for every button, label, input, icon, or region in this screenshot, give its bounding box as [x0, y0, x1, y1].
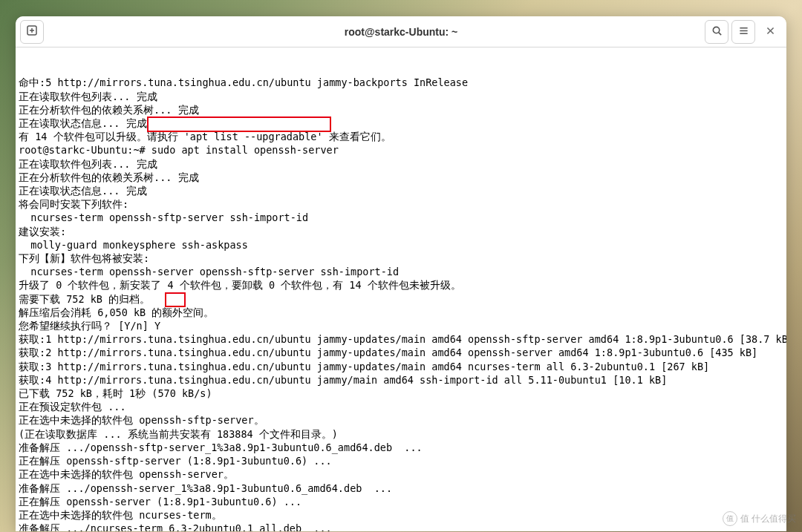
terminal-line: 有 14 个软件包可以升级。请执行 'apt list --upgradable…: [19, 130, 783, 143]
terminal-line: 准备解压 .../openssh-server_1%3a8.9p1-3ubunt…: [19, 482, 783, 495]
window-title: root@starkc-Ubuntu: ~: [16, 26, 786, 38]
terminal-line: 获取:4 http://mirrors.tuna.tsinghua.edu.cn…: [19, 373, 783, 387]
terminal-output[interactable]: 命中:5 http://mirrors.tuna.tsinghua.edu.cn…: [16, 47, 786, 531]
terminal-line: 解压缩后会消耗 6,050 kB 的额外空间。: [19, 306, 783, 319]
terminal-line: 正在预设定软件包 ...: [19, 400, 783, 413]
new-tab-button[interactable]: [20, 20, 44, 44]
terminal-line: 升级了 0 个软件包，新安装了 4 个软件包，要卸载 0 个软件包，有 14 个…: [19, 278, 783, 292]
close-icon: [766, 26, 775, 38]
terminal-line: 正在选中未选择的软件包 openssh-sftp-server。: [19, 413, 783, 427]
terminal-line: 建议安装:: [19, 225, 783, 238]
plus-tab-icon: [26, 24, 38, 39]
terminal-line: 正在读取软件包列表... 完成: [19, 157, 783, 171]
terminal-line: molly-guard monkeysphere ssh-askpass: [19, 238, 783, 252]
terminal-line: 正在分析软件包的依赖关系树... 完成: [19, 103, 783, 116]
terminal-line: 正在解压 openssh-sftp-server (1:8.9p1-3ubunt…: [19, 454, 783, 467]
terminal-line: 正在读取状态信息... 完成: [19, 116, 783, 130]
terminal-line: 正在读取软件包列表... 完成: [19, 90, 783, 103]
svg-point-3: [713, 27, 719, 33]
terminal-line: 获取:2 http://mirrors.tuna.tsinghua.edu.cn…: [19, 346, 783, 359]
close-button[interactable]: [758, 20, 782, 44]
svg-line-4: [718, 32, 720, 34]
terminal-line: 正在分析软件包的依赖关系树... 完成: [19, 171, 783, 184]
terminal-line: 获取:1 http://mirrors.tuna.tsinghua.edu.cn…: [19, 332, 783, 346]
terminal-line: 需要下载 752 kB 的归档。: [19, 292, 783, 306]
terminal-line: 获取:3 http://mirrors.tuna.tsinghua.edu.cn…: [19, 360, 783, 373]
terminal-line: 下列【新】软件包将被安装:: [19, 252, 783, 265]
titlebar: root@starkc-Ubuntu: ~: [16, 16, 786, 47]
hamburger-icon: [738, 25, 749, 39]
terminal-line: root@starkc-Ubuntu:~# sudo apt install o…: [19, 143, 783, 157]
terminal-line: 准备解压 .../ncurses-term_6.3-2ubuntu0.1_all…: [19, 522, 783, 531]
search-button[interactable]: [705, 20, 728, 44]
terminal-line: 您希望继续执行吗？ [Y/n] Y: [19, 319, 783, 332]
terminal-line: 正在选中未选择的软件包 openssh-server。: [19, 467, 783, 481]
terminal-line: ncurses-term openssh-sftp-server ssh-imp…: [19, 211, 783, 224]
terminal-line: 命中:5 http://mirrors.tuna.tsinghua.edu.cn…: [19, 76, 783, 89]
terminal-line: 正在选中未选择的软件包 ncurses-term。: [19, 508, 783, 522]
terminal-line: 正在解压 openssh-server (1:8.9p1-3ubuntu0.6)…: [19, 495, 783, 508]
terminal-line: ncurses-term openssh-server openssh-sftp…: [19, 265, 783, 278]
terminal-line: 将会同时安装下列软件:: [19, 197, 783, 211]
terminal-line: (正在读取数据库 ... 系统当前共安装有 183884 个文件和目录。): [19, 427, 783, 441]
search-icon: [711, 25, 723, 39]
terminal-window: root@starkc-Ubuntu: ~: [16, 16, 786, 531]
terminal-line: 准备解压 .../openssh-sftp-server_1%3a8.9p1-3…: [19, 441, 783, 454]
terminal-line: 已下载 752 kB，耗时 1秒 (570 kB/s): [19, 387, 783, 400]
terminal-line: 正在读取状态信息... 完成: [19, 184, 783, 197]
menu-button[interactable]: [731, 20, 755, 44]
